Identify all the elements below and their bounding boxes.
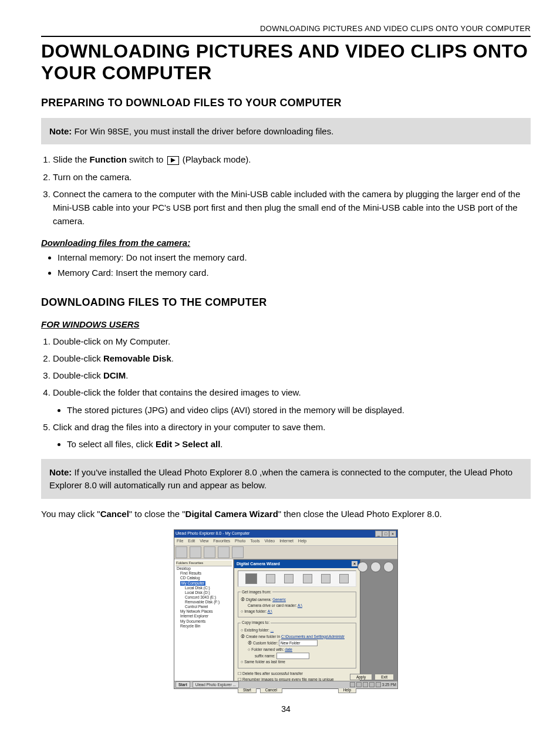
step-2: Turn on the camera. — [53, 170, 531, 184]
content-panel: Digital Camera Wizard × Get images from: — [234, 559, 397, 683]
subheading-downloading-from-camera: Downloading files from the camera: — [41, 237, 531, 249]
tray-icon[interactable] — [369, 682, 375, 687]
link-generic[interactable]: Generic — [272, 597, 286, 602]
folder-tree[interactable]: Desktop Find Results CD Catalog My Compu… — [176, 566, 232, 629]
tree-my-computer[interactable]: My Computer — [176, 581, 232, 586]
suffix-label: suffix name: — [255, 654, 275, 658]
tree-internet-explorer[interactable]: Internet Explorer — [176, 614, 232, 619]
maximize-button[interactable]: □ — [382, 531, 389, 537]
menu-video[interactable]: Video — [264, 539, 275, 543]
viewer-icon[interactable] — [370, 562, 381, 572]
note-label-2: Note: — [49, 467, 72, 477]
tree-local-disk-c[interactable]: Local Disk (C:) — [176, 586, 232, 590]
page-title: DOWNLOADING PICTURES AND VIDEO CLIPS ONT… — [41, 40, 531, 84]
section-heading-downloading: DOWNLOADING FILES TO THE COMPUTER — [41, 295, 531, 310]
window-buttons: _□× — [375, 531, 396, 537]
menu-view[interactable]: View — [200, 539, 208, 543]
radio-custom-folder[interactable]: Custom folder: — [241, 640, 353, 647]
dstep-2: Double-click Removable Disk. — [53, 352, 531, 365]
link-new-folder-path[interactable]: C:\Documents and Settings\Administr — [281, 634, 345, 639]
menu-file[interactable]: File — [177, 539, 183, 543]
viewer-icon[interactable] — [357, 562, 368, 572]
link-drive-a[interactable]: A:\ — [298, 603, 302, 607]
link-date[interactable]: date — [285, 647, 292, 651]
thumbnail-area: Apply Exit — [360, 559, 397, 683]
preparing-steps: Slide the Function switch to (Playback m… — [41, 153, 531, 228]
exit-button[interactable]: Exit — [375, 674, 394, 680]
viewer-icon[interactable] — [383, 562, 394, 572]
radio-image-folder[interactable]: Image folder: A:\ — [241, 609, 353, 615]
tray-icon[interactable] — [350, 682, 355, 687]
link-existing-folder[interactable]: ... — [271, 628, 274, 632]
toolbar — [174, 546, 397, 559]
toolbar-icon[interactable] — [232, 546, 244, 558]
taskbar[interactable]: Start Ulead Photo Explorer ... 3:25 PM — [174, 681, 397, 688]
window-title: Ulead Photo Explorer 8.0 - My Computer — [176, 531, 249, 536]
menu-favorites[interactable]: Favorites — [213, 539, 230, 543]
close-button[interactable]: × — [389, 531, 396, 537]
checkbox-delete-files[interactable]: Delete files after successful transfer — [238, 671, 356, 677]
tree-recycle-bin[interactable]: Recycle Bin — [176, 624, 232, 629]
tree-find-results[interactable]: Find Results — [176, 571, 232, 576]
dstep-3a: Double-click — [53, 370, 103, 380]
dstep-2-bold: Removable Disk — [103, 353, 171, 363]
downloading-steps: Double-click on My Computer. Double-clic… — [41, 335, 531, 451]
step-1: Slide the Function switch to (Playback m… — [53, 153, 531, 166]
tree-concord-e[interactable]: Concord 3043 (E:) — [176, 595, 232, 600]
tree-removable-disk-f[interactable]: Removable Disk (F:) — [176, 600, 232, 605]
tray-icon[interactable] — [376, 682, 381, 687]
wizard-titlebar[interactable]: Digital Camera Wizard × — [234, 560, 360, 568]
note-box-2: Note: If you've installed the Ulead Phot… — [41, 459, 531, 499]
radio-same-folder[interactable]: Same folder as last time — [241, 659, 353, 666]
apply-button[interactable]: Apply — [350, 674, 372, 680]
monitor-icon — [339, 574, 349, 583]
window-titlebar[interactable]: Ulead Photo Explorer 8.0 - My Computer _… — [174, 530, 397, 538]
custom-folder-input[interactable] — [279, 640, 318, 646]
start-button-taskbar[interactable]: Start — [176, 681, 190, 688]
toolbar-forward-icon[interactable] — [190, 546, 201, 558]
step-icon — [321, 574, 330, 583]
menu-bar[interactable]: File Edit View Favorites Photo Tools Vid… — [174, 538, 397, 546]
dstep-5-sub: To select all files, click Edit > Select… — [67, 437, 531, 451]
subheading-windows-users: FOR WINDOWS USERS — [41, 318, 531, 331]
taskbar-app-button[interactable]: Ulead Photo Explorer ... — [193, 681, 239, 688]
step-1-text-c: (Playback mode). — [180, 154, 251, 164]
wizard-close-button[interactable]: × — [352, 561, 357, 566]
menu-edit[interactable]: Edit — [188, 539, 195, 543]
dstep-5-sub-b: . — [220, 439, 222, 449]
tray-icon[interactable] — [363, 682, 368, 687]
tree-control-panel[interactable]: Control Panel — [176, 605, 232, 609]
dstep-4: Double-click the folder that contains th… — [53, 386, 531, 417]
menu-help[interactable]: Help — [298, 539, 306, 543]
link-image-folder[interactable]: A:\ — [268, 609, 272, 613]
tree-tabs[interactable]: Folders Favorites — [176, 560, 232, 567]
camera-bullets: Internal memory: Do not insert the memor… — [41, 251, 531, 279]
menu-photo[interactable]: Photo — [235, 539, 245, 543]
radio-existing-folder[interactable]: Existing folder: ... — [241, 627, 353, 634]
tree-local-disk-d[interactable]: Local Disk (D:) — [176, 590, 232, 595]
radio-folder-named-with[interactable]: Folder named with: date — [241, 647, 353, 653]
step-icon — [303, 574, 312, 583]
toolbar-back-icon[interactable] — [176, 546, 187, 558]
menu-internet[interactable]: Internet — [279, 539, 294, 543]
dstep-2a: Double-click — [53, 353, 103, 363]
radio-create-new-folder[interactable]: Create new folder in C:\Documents and Se… — [241, 634, 353, 640]
menu-tools[interactable]: Tools — [250, 539, 259, 543]
wizard-step-icons — [238, 570, 356, 587]
tray-icon[interactable] — [356, 682, 362, 687]
dstep-5-text: Click and drag the files into a director… — [53, 422, 325, 432]
dstep-3b: . — [126, 370, 128, 380]
toolbar-icon[interactable] — [218, 546, 230, 558]
toolbar-icon[interactable] — [204, 546, 215, 558]
system-tray: 3:25 PM — [350, 682, 396, 687]
step-1-text-a: Slide the — [53, 154, 90, 164]
suffix-input[interactable] — [276, 653, 309, 659]
copy-images-to-label: Copy images to: — [241, 620, 271, 626]
tree-network-places[interactable]: My Network Places — [176, 609, 232, 614]
tree-my-documents[interactable]: My Documents — [176, 619, 232, 624]
playback-icon — [167, 156, 179, 165]
tree-cd-catalog[interactable]: CD Catalog — [176, 576, 232, 580]
radio-digital-camera[interactable]: Digital camera: Generic — [241, 597, 353, 603]
minimize-button[interactable]: _ — [375, 531, 382, 537]
tree-desktop[interactable]: Desktop — [176, 566, 232, 571]
